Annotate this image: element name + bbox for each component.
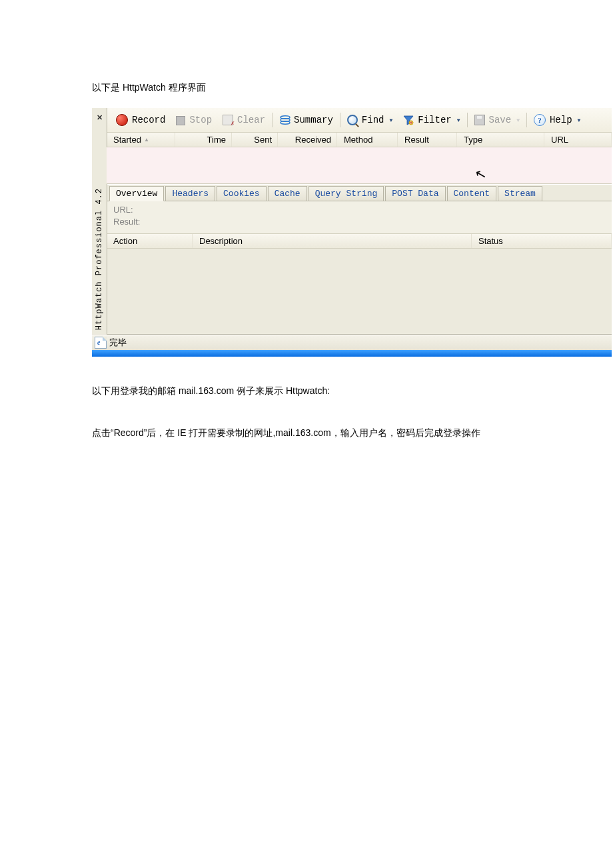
httpwatch-screenshot: ✕ HttpWatch Professional 4.2 Record Stop… [92, 108, 612, 357]
stop-icon [176, 116, 185, 125]
record-icon [116, 114, 128, 126]
close-button[interactable]: ✕ [92, 108, 107, 127]
clear-button[interactable]: Clear [217, 113, 271, 127]
taskbar-strip [92, 350, 612, 357]
detail-tabs: Overview Headers Cookies Cache Query Str… [107, 184, 612, 201]
col-method[interactable]: Method [337, 133, 398, 147]
col-started[interactable]: Started▲ [107, 133, 175, 147]
summary-button[interactable]: Summary [274, 113, 338, 127]
col-status[interactable]: Status [472, 234, 612, 248]
tab-querystring[interactable]: Query String [308, 186, 384, 201]
status-bar: 完毕 [92, 335, 612, 350]
save-button[interactable]: Save ▼ [469, 113, 525, 127]
find-button[interactable]: Find ▼ [342, 113, 398, 127]
tab-overview[interactable]: Overview [109, 186, 164, 201]
stop-button[interactable]: Stop [171, 113, 217, 127]
chevron-down-icon: ▼ [515, 117, 520, 123]
tab-stream[interactable]: Stream [498, 186, 542, 201]
col-sent[interactable]: Sent [232, 133, 278, 147]
clear-icon [223, 115, 233, 125]
record-button[interactable]: Record [111, 113, 171, 127]
overview-result-label: Result: [113, 216, 605, 228]
col-type[interactable]: Type [457, 133, 544, 147]
status-text: 完毕 [109, 337, 127, 349]
col-time[interactable]: Time [175, 133, 232, 147]
intro-text-3: 点击“Record”后，在 IE 打开需要录制的网址,mail.163.com，… [92, 425, 613, 440]
help-icon: ? [534, 114, 546, 126]
request-grid-header: Started▲ Time Sent Received Method Resul… [107, 133, 612, 147]
intro-text-1: 以下是 HttpWatch 程序界面 [92, 80, 613, 95]
tab-cookies[interactable]: Cookies [217, 186, 267, 201]
overview-panel: URL: Result: [107, 201, 612, 233]
request-grid-body[interactable]: ↖ [107, 147, 612, 184]
side-title-bar: HttpWatch Professional 4.2 [92, 127, 107, 334]
cursor-icon: ↖ [473, 165, 488, 184]
help-button[interactable]: ? Help ▼ [528, 113, 586, 127]
page-icon [95, 337, 107, 349]
filter-button[interactable]: Filter ▼ [398, 113, 465, 127]
chevron-down-icon: ▼ [576, 117, 581, 123]
action-grid-header: Action Description Status [107, 233, 612, 249]
side-title-text: HttpWatch Professional 4.2 [95, 188, 104, 330]
intro-text-2: 以下用登录我的邮箱 mail.163.com 例子来展示 Httpwatch: [92, 383, 613, 398]
overview-url-label: URL: [113, 204, 605, 216]
filter-icon [403, 115, 414, 125]
tab-postdata[interactable]: POST Data [385, 186, 445, 201]
svg-point-2 [281, 121, 290, 124]
action-grid-body[interactable] [107, 249, 612, 335]
col-received[interactable]: Received [278, 133, 337, 147]
col-action[interactable]: Action [107, 234, 193, 248]
save-icon [474, 115, 485, 125]
tab-headers[interactable]: Headers [165, 186, 215, 201]
col-url[interactable]: URL [544, 133, 612, 147]
chevron-down-icon: ▼ [456, 117, 460, 123]
summary-icon [279, 115, 290, 125]
find-icon [347, 115, 358, 125]
chevron-down-icon: ▼ [388, 117, 392, 123]
col-description[interactable]: Description [193, 234, 472, 248]
tab-content[interactable]: Content [447, 186, 497, 201]
tab-cache[interactable]: Cache [268, 186, 307, 201]
col-result[interactable]: Result [398, 133, 457, 147]
toolbar: Record Stop Clear Summary [107, 108, 612, 133]
